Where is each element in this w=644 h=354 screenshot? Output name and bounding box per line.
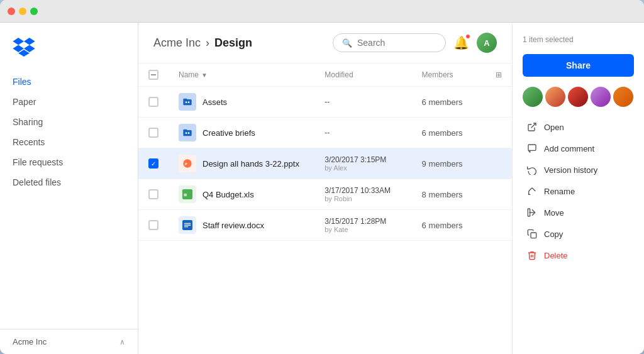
row-modified-cell: 3/20/2017 3:15PM by Alex	[314, 148, 411, 179]
svg-point-0	[186, 101, 187, 103]
file-name[interactable]: Staff review.docx	[203, 221, 264, 230]
row-name-cell: Assets	[169, 87, 314, 118]
search-box[interactable]: 🔍	[333, 33, 446, 52]
row-members-cell: 8 members	[412, 179, 486, 210]
sidebar-item-sharing[interactable]: Sharing	[0, 112, 138, 132]
traffic-lights	[8, 8, 38, 15]
pptx-icon: P	[179, 155, 196, 172]
th-checkbox	[138, 64, 169, 87]
sidebar-item-deleted-files[interactable]: Deleted files	[0, 172, 138, 192]
row-members-cell: 6 members	[412, 87, 486, 118]
file-name[interactable]: Creative briefs	[203, 128, 255, 138]
select-all-checkbox[interactable]	[148, 70, 158, 80]
row-modified-cell: --	[314, 87, 411, 118]
row-extra-cell	[486, 179, 512, 210]
dropbox-logo-icon	[13, 38, 35, 57]
row-extra-cell	[486, 210, 512, 241]
file-table: Name ▼ Modified Members ⊞	[138, 64, 512, 241]
th-grid[interactable]: ⊞	[486, 64, 512, 87]
sidebar-footer[interactable]: Acme Inc ∧	[0, 329, 138, 354]
th-members: Members	[412, 64, 486, 87]
search-input[interactable]	[357, 38, 433, 48]
context-menu-copy-label: Copy	[544, 230, 563, 239]
row-checkbox-design-all-hands[interactable]: ✓	[148, 158, 158, 169]
row-modified-cell: 3/15/2017 1:28PM by Kate	[314, 210, 411, 241]
row-members-cell: 9 members	[412, 148, 486, 179]
file-name[interactable]: Design all hands 3-22.pptx	[203, 159, 299, 169]
svg-rect-9	[184, 223, 191, 224]
th-modified: Modified	[314, 64, 411, 87]
svg-text:⊞: ⊞	[184, 193, 187, 197]
member-avatar-4	[591, 87, 611, 107]
context-menu-copy[interactable]: Copy	[523, 224, 634, 244]
close-button[interactable]	[8, 8, 15, 15]
sidebar: Files Paper Sharing Recents File request…	[0, 23, 138, 354]
share-button[interactable]: Share	[523, 54, 634, 77]
context-menu-delete-label: Delete	[544, 251, 568, 260]
sidebar-item-paper[interactable]: Paper	[0, 92, 138, 112]
svg-rect-17	[528, 209, 530, 216]
row-checkbox-q4-budget[interactable]	[148, 189, 158, 199]
row-name-cell: ⊞ Q4 Budget.xls	[169, 179, 314, 210]
svg-line-12	[531, 123, 536, 128]
table-row: Creative briefs -- 6 members	[138, 118, 512, 148]
context-menu: Open Add comment Version history	[523, 117, 634, 265]
file-name[interactable]: Assets	[203, 97, 227, 107]
context-menu-rename-label: Rename	[544, 187, 575, 196]
fullscreen-button[interactable]	[30, 8, 38, 15]
svg-point-3	[188, 132, 190, 134]
row-checkbox-staff-review[interactable]	[148, 220, 158, 230]
main-header: Acme Inc › Design 🔍 🔔 A	[138, 23, 512, 64]
sidebar-logo	[0, 23, 138, 72]
sidebar-navigation: Files Paper Sharing Recents File request…	[0, 72, 138, 329]
context-menu-version-history-label: Version history	[544, 165, 597, 175]
svg-rect-13	[528, 145, 536, 150]
row-modified-cell: --	[314, 118, 411, 148]
sidebar-item-files[interactable]: Files	[0, 72, 138, 92]
row-checkbox-cell	[138, 210, 169, 241]
workspace-name: Acme Inc	[13, 337, 47, 346]
row-name-cell: Creative briefs	[169, 118, 314, 148]
open-icon	[526, 121, 538, 133]
file-name[interactable]: Q4 Budget.xls	[203, 190, 254, 199]
svg-rect-10	[184, 224, 191, 225]
context-menu-rename[interactable]: Rename	[523, 181, 634, 201]
row-members-cell: 6 members	[412, 118, 486, 148]
context-menu-delete[interactable]: Delete	[523, 245, 634, 265]
svg-rect-18	[531, 233, 536, 238]
row-checkbox-assets[interactable]	[148, 97, 158, 107]
context-menu-open-label: Open	[544, 123, 564, 132]
sidebar-item-recents[interactable]: Recents	[0, 132, 138, 152]
folder-icon	[179, 93, 196, 111]
context-menu-version-history[interactable]: Version history	[523, 160, 634, 180]
chevron-up-icon: ∧	[119, 338, 125, 346]
svg-point-2	[186, 132, 187, 134]
svg-point-1	[188, 101, 190, 103]
notifications-button[interactable]: 🔔	[453, 35, 469, 50]
context-menu-open[interactable]: Open	[523, 117, 634, 137]
row-name-cell: Staff review.docx	[169, 210, 314, 241]
breadcrumb-parent[interactable]: Acme Inc	[153, 36, 201, 50]
folder-icon	[179, 124, 196, 141]
row-extra-cell	[486, 118, 512, 148]
breadcrumb-separator: ›	[206, 36, 209, 50]
svg-point-4	[183, 159, 191, 167]
breadcrumb: Acme Inc › Design	[153, 36, 252, 50]
table-header-row: Name ▼ Modified Members ⊞	[138, 64, 512, 87]
notification-badge	[465, 34, 470, 39]
row-checkbox-creative-briefs[interactable]	[148, 128, 158, 138]
comment-icon	[526, 143, 538, 154]
minimize-button[interactable]	[19, 8, 26, 15]
avatar-image: A	[477, 33, 497, 53]
context-menu-add-comment-label: Add comment	[544, 144, 594, 153]
th-name[interactable]: Name ▼	[169, 64, 314, 87]
user-avatar[interactable]: A	[477, 33, 497, 53]
title-bar	[0, 0, 644, 23]
table-row: ⊞ Q4 Budget.xls 3/17/2017 10:33AM by Rob…	[138, 179, 512, 210]
row-modified-cell: 3/17/2017 10:33AM by Robin	[314, 179, 411, 210]
row-checkbox-cell	[138, 87, 169, 118]
row-checkbox-cell	[138, 179, 169, 210]
context-menu-add-comment[interactable]: Add comment	[523, 138, 634, 158]
sidebar-item-file-requests[interactable]: File requests	[0, 152, 138, 172]
context-menu-move[interactable]: Move	[523, 202, 634, 223]
